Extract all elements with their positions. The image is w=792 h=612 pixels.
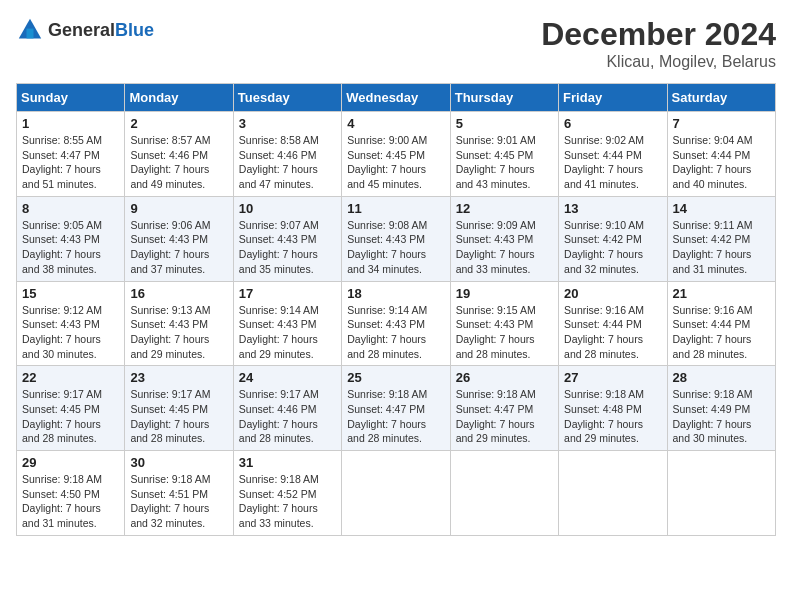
day-number: 17 — [239, 286, 336, 301]
day-info: Sunrise: 9:01 AMSunset: 4:45 PMDaylight:… — [456, 133, 553, 192]
day-info: Sunrise: 8:55 AMSunset: 4:47 PMDaylight:… — [22, 133, 119, 192]
empty-cell — [450, 451, 558, 536]
calendar-day-cell: 27Sunrise: 9:18 AMSunset: 4:48 PMDayligh… — [559, 366, 667, 451]
calendar-table: SundayMondayTuesdayWednesdayThursdayFrid… — [16, 83, 776, 536]
calendar-day-cell: 16Sunrise: 9:13 AMSunset: 4:43 PMDayligh… — [125, 281, 233, 366]
day-info: Sunrise: 9:18 AMSunset: 4:50 PMDaylight:… — [22, 472, 119, 531]
calendar-day-cell: 4Sunrise: 9:00 AMSunset: 4:45 PMDaylight… — [342, 112, 450, 197]
day-info: Sunrise: 9:18 AMSunset: 4:47 PMDaylight:… — [456, 387, 553, 446]
calendar-day-cell: 17Sunrise: 9:14 AMSunset: 4:43 PMDayligh… — [233, 281, 341, 366]
day-info: Sunrise: 9:17 AMSunset: 4:45 PMDaylight:… — [130, 387, 227, 446]
calendar-day-cell: 1Sunrise: 8:55 AMSunset: 4:47 PMDaylight… — [17, 112, 125, 197]
day-info: Sunrise: 9:07 AMSunset: 4:43 PMDaylight:… — [239, 218, 336, 277]
day-info: Sunrise: 9:09 AMSunset: 4:43 PMDaylight:… — [456, 218, 553, 277]
calendar-day-cell: 10Sunrise: 9:07 AMSunset: 4:43 PMDayligh… — [233, 196, 341, 281]
day-info: Sunrise: 9:11 AMSunset: 4:42 PMDaylight:… — [673, 218, 770, 277]
calendar-week-row: 8Sunrise: 9:05 AMSunset: 4:43 PMDaylight… — [17, 196, 776, 281]
calendar-day-cell: 28Sunrise: 9:18 AMSunset: 4:49 PMDayligh… — [667, 366, 775, 451]
day-number: 28 — [673, 370, 770, 385]
day-number: 6 — [564, 116, 661, 131]
calendar-day-cell: 22Sunrise: 9:17 AMSunset: 4:45 PMDayligh… — [17, 366, 125, 451]
calendar-day-cell: 23Sunrise: 9:17 AMSunset: 4:45 PMDayligh… — [125, 366, 233, 451]
day-info: Sunrise: 9:00 AMSunset: 4:45 PMDaylight:… — [347, 133, 444, 192]
day-header-wednesday: Wednesday — [342, 84, 450, 112]
day-info: Sunrise: 9:18 AMSunset: 4:48 PMDaylight:… — [564, 387, 661, 446]
calendar-header-row: SundayMondayTuesdayWednesdayThursdayFrid… — [17, 84, 776, 112]
day-info: Sunrise: 9:16 AMSunset: 4:44 PMDaylight:… — [673, 303, 770, 362]
day-info: Sunrise: 9:14 AMSunset: 4:43 PMDaylight:… — [239, 303, 336, 362]
logo: GeneralBlue — [16, 16, 154, 44]
day-number: 31 — [239, 455, 336, 470]
day-info: Sunrise: 9:18 AMSunset: 4:51 PMDaylight:… — [130, 472, 227, 531]
day-number: 22 — [22, 370, 119, 385]
day-number: 16 — [130, 286, 227, 301]
day-number: 30 — [130, 455, 227, 470]
calendar-day-cell: 15Sunrise: 9:12 AMSunset: 4:43 PMDayligh… — [17, 281, 125, 366]
calendar-day-cell: 13Sunrise: 9:10 AMSunset: 4:42 PMDayligh… — [559, 196, 667, 281]
calendar-week-row: 22Sunrise: 9:17 AMSunset: 4:45 PMDayligh… — [17, 366, 776, 451]
day-info: Sunrise: 9:13 AMSunset: 4:43 PMDaylight:… — [130, 303, 227, 362]
calendar-day-cell: 24Sunrise: 9:17 AMSunset: 4:46 PMDayligh… — [233, 366, 341, 451]
day-header-sunday: Sunday — [17, 84, 125, 112]
calendar-day-cell: 6Sunrise: 9:02 AMSunset: 4:44 PMDaylight… — [559, 112, 667, 197]
calendar-day-cell: 26Sunrise: 9:18 AMSunset: 4:47 PMDayligh… — [450, 366, 558, 451]
day-info: Sunrise: 9:14 AMSunset: 4:43 PMDaylight:… — [347, 303, 444, 362]
calendar-day-cell: 11Sunrise: 9:08 AMSunset: 4:43 PMDayligh… — [342, 196, 450, 281]
calendar-day-cell: 18Sunrise: 9:14 AMSunset: 4:43 PMDayligh… — [342, 281, 450, 366]
day-info: Sunrise: 9:16 AMSunset: 4:44 PMDaylight:… — [564, 303, 661, 362]
day-info: Sunrise: 9:10 AMSunset: 4:42 PMDaylight:… — [564, 218, 661, 277]
day-number: 26 — [456, 370, 553, 385]
calendar-day-cell: 31Sunrise: 9:18 AMSunset: 4:52 PMDayligh… — [233, 451, 341, 536]
logo-icon — [16, 16, 44, 44]
calendar-day-cell: 14Sunrise: 9:11 AMSunset: 4:42 PMDayligh… — [667, 196, 775, 281]
logo-general: General — [48, 20, 115, 40]
day-number: 18 — [347, 286, 444, 301]
calendar-day-cell: 25Sunrise: 9:18 AMSunset: 4:47 PMDayligh… — [342, 366, 450, 451]
day-info: Sunrise: 9:18 AMSunset: 4:52 PMDaylight:… — [239, 472, 336, 531]
day-info: Sunrise: 9:12 AMSunset: 4:43 PMDaylight:… — [22, 303, 119, 362]
empty-cell — [667, 451, 775, 536]
day-info: Sunrise: 8:58 AMSunset: 4:46 PMDaylight:… — [239, 133, 336, 192]
day-info: Sunrise: 9:02 AMSunset: 4:44 PMDaylight:… — [564, 133, 661, 192]
calendar-week-row: 15Sunrise: 9:12 AMSunset: 4:43 PMDayligh… — [17, 281, 776, 366]
day-header-saturday: Saturday — [667, 84, 775, 112]
svg-rect-1 — [27, 29, 34, 39]
empty-cell — [342, 451, 450, 536]
day-number: 25 — [347, 370, 444, 385]
day-number: 10 — [239, 201, 336, 216]
day-number: 24 — [239, 370, 336, 385]
day-number: 13 — [564, 201, 661, 216]
calendar-day-cell: 12Sunrise: 9:09 AMSunset: 4:43 PMDayligh… — [450, 196, 558, 281]
day-number: 12 — [456, 201, 553, 216]
day-number: 1 — [22, 116, 119, 131]
day-header-friday: Friday — [559, 84, 667, 112]
day-number: 7 — [673, 116, 770, 131]
day-header-tuesday: Tuesday — [233, 84, 341, 112]
calendar-day-cell: 20Sunrise: 9:16 AMSunset: 4:44 PMDayligh… — [559, 281, 667, 366]
day-number: 27 — [564, 370, 661, 385]
day-number: 4 — [347, 116, 444, 131]
day-number: 2 — [130, 116, 227, 131]
day-number: 9 — [130, 201, 227, 216]
day-info: Sunrise: 9:17 AMSunset: 4:46 PMDaylight:… — [239, 387, 336, 446]
day-number: 20 — [564, 286, 661, 301]
calendar-day-cell: 19Sunrise: 9:15 AMSunset: 4:43 PMDayligh… — [450, 281, 558, 366]
day-number: 5 — [456, 116, 553, 131]
day-info: Sunrise: 9:06 AMSunset: 4:43 PMDaylight:… — [130, 218, 227, 277]
day-info: Sunrise: 9:18 AMSunset: 4:49 PMDaylight:… — [673, 387, 770, 446]
calendar-day-cell: 8Sunrise: 9:05 AMSunset: 4:43 PMDaylight… — [17, 196, 125, 281]
calendar-week-row: 1Sunrise: 8:55 AMSunset: 4:47 PMDaylight… — [17, 112, 776, 197]
title-block: December 2024 Klicau, Mogilev, Belarus — [541, 16, 776, 71]
day-info: Sunrise: 9:17 AMSunset: 4:45 PMDaylight:… — [22, 387, 119, 446]
day-info: Sunrise: 9:04 AMSunset: 4:44 PMDaylight:… — [673, 133, 770, 192]
logo-blue: Blue — [115, 20, 154, 40]
logo-text: GeneralBlue — [48, 20, 154, 41]
calendar-day-cell: 7Sunrise: 9:04 AMSunset: 4:44 PMDaylight… — [667, 112, 775, 197]
day-info: Sunrise: 8:57 AMSunset: 4:46 PMDaylight:… — [130, 133, 227, 192]
day-number: 23 — [130, 370, 227, 385]
page-header: GeneralBlue December 2024 Klicau, Mogile… — [16, 16, 776, 71]
day-number: 11 — [347, 201, 444, 216]
day-info: Sunrise: 9:05 AMSunset: 4:43 PMDaylight:… — [22, 218, 119, 277]
day-header-thursday: Thursday — [450, 84, 558, 112]
day-number: 21 — [673, 286, 770, 301]
